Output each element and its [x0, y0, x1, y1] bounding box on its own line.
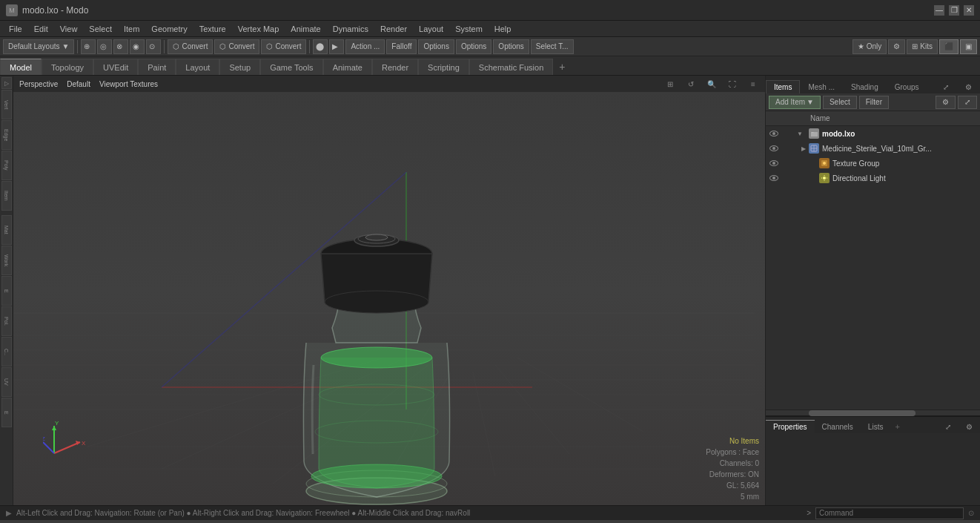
bottom-tab-channels[interactable]: Channels [815, 421, 861, 433]
left-tb-mat[interactable]: Mat [1, 215, 12, 245]
options-button-1[interactable]: Options [418, 39, 454, 54]
default-layouts-button[interactable]: Default Layouts ▼ [3, 39, 74, 54]
menu-layout[interactable]: Layout [413, 23, 449, 35]
options-button-2[interactable]: Options [456, 39, 491, 54]
tab-layout[interactable]: Layout [176, 59, 219, 75]
tab-add-button[interactable]: + [553, 59, 571, 75]
left-tb-c[interactable]: C.. [1, 337, 12, 366]
tab-schematic-fusion[interactable]: Schematic Fusion [469, 59, 553, 75]
menu-edit[interactable]: Edit [28, 23, 54, 35]
visibility-toggle-modo[interactable] [769, 128, 779, 139]
visibility-toggle-light[interactable] [769, 173, 779, 183]
left-tb-edge[interactable]: Edge [1, 120, 12, 150]
item-row-directional-light[interactable]: Directional Light [766, 171, 980, 185]
tab-render[interactable]: Render [372, 59, 418, 75]
bottom-tab-properties[interactable]: Properties [766, 420, 815, 433]
tool-soft-sel-button[interactable]: ◉ [130, 39, 145, 54]
tab-setup[interactable]: Setup [219, 59, 260, 75]
vp-frame-icon[interactable]: ⛶ [726, 78, 738, 90]
left-tb-uv[interactable]: UV [1, 367, 12, 397]
tab-uvedit[interactable]: UVEdit [93, 59, 138, 75]
panel-expand-button[interactable]: ⤢ [958, 96, 977, 109]
panel-tab-items[interactable]: Items [766, 80, 800, 93]
left-tb-e2[interactable]: E [1, 398, 12, 427]
menu-select[interactable]: Select [83, 23, 118, 35]
menu-item[interactable]: Item [118, 23, 145, 35]
tab-model[interactable]: Model [0, 59, 42, 75]
left-tb-item1[interactable]: Vert [1, 90, 12, 119]
extra-btn-2[interactable]: ▣ [960, 39, 977, 54]
item-row-medicine-vial[interactable]: ▶ Medicine_Sterile_Vial_10ml_Gr... [766, 141, 980, 156]
visibility-toggle-texture[interactable] [769, 158, 779, 168]
viewport-default-label[interactable]: Default [67, 80, 90, 88]
panel-tab-shading[interactable]: Shading [843, 80, 887, 93]
options-button-3[interactable]: Options [493, 39, 529, 54]
add-item-button[interactable]: Add Item ▼ [769, 96, 821, 109]
render-button[interactable]: ▶ [329, 39, 344, 54]
vp-rotate-icon[interactable]: ↺ [685, 78, 697, 90]
left-tb-poly[interactable]: Poly [1, 151, 12, 180]
minimize-button[interactable]: — [934, 5, 944, 16]
command-input[interactable] [815, 507, 964, 519]
menu-help[interactable]: Help [489, 23, 517, 35]
expand-arrow[interactable]: ▼ [795, 131, 806, 137]
transform-button[interactable]: ⬤ [313, 39, 328, 54]
menu-system[interactable]: System [449, 23, 489, 35]
window-controls[interactable]: — ❐ ✕ [934, 5, 974, 16]
convert-button-2[interactable]: ⬡ Convert [214, 39, 259, 54]
falloff-button[interactable]: Falloff [386, 39, 417, 54]
tab-animate[interactable]: Animate [323, 59, 372, 75]
bottom-tab-add[interactable]: + [890, 420, 904, 433]
left-tb-pol[interactable]: Pol. [1, 306, 12, 336]
menu-animate[interactable]: Animate [285, 23, 326, 35]
tool-snap-button[interactable]: ⊕ [81, 39, 96, 54]
convert-button-3[interactable]: ⬡ Convert [261, 39, 306, 54]
viewport-perspective-label[interactable]: Perspective [19, 80, 58, 88]
left-tb-work[interactable]: Work [1, 246, 12, 275]
bottom-tab-lists[interactable]: Lists [861, 421, 891, 433]
select-panel-button[interactable]: Select [823, 96, 857, 109]
left-tb-vert[interactable]: ▷ [1, 77, 12, 89]
select-t-button[interactable]: Select T... [531, 39, 574, 54]
action-button[interactable]: Action ... [345, 39, 385, 54]
gear-button[interactable]: ⚙ [888, 39, 905, 54]
panel-tab-groups[interactable]: Groups [887, 80, 927, 93]
left-tb-e1[interactable]: E [1, 276, 12, 306]
tab-topology[interactable]: Topology [42, 59, 93, 75]
bottom-tab-expand[interactable]: ⤢ [938, 421, 959, 433]
item-row-modo-lxo[interactable]: ▼ modo.lxo [766, 126, 980, 141]
panel-tab-expand[interactable]: ⤢ [935, 80, 957, 93]
panel-settings-button[interactable]: ⚙ [936, 96, 956, 109]
tool-falloff-button[interactable]: ⊙ [146, 39, 161, 54]
bottom-tab-settings[interactable]: ⚙ [959, 421, 980, 433]
tab-scripting[interactable]: Scripting [418, 59, 469, 75]
item-row-texture-group[interactable]: Texture Group [766, 156, 980, 171]
expand-vial[interactable]: ▶ [795, 145, 806, 152]
vp-menu-icon[interactable]: ≡ [747, 78, 759, 90]
menu-texture[interactable]: Texture [193, 23, 232, 35]
vp-zoom-icon[interactable]: 🔍 [706, 78, 718, 90]
status-end-icon[interactable]: ⊙ [968, 509, 974, 517]
close-button[interactable]: ✕ [964, 5, 974, 16]
tool-symmetry-button[interactable]: ⊗ [113, 39, 128, 54]
menu-geometry[interactable]: Geometry [145, 23, 193, 35]
menu-file[interactable]: File [3, 23, 28, 35]
panel-tab-mesh[interactable]: Mesh ... [800, 80, 843, 93]
menu-dynamics[interactable]: Dynamics [327, 23, 374, 35]
menu-render[interactable]: Render [374, 23, 413, 35]
vp-grid-icon[interactable]: ⊞ [664, 78, 676, 90]
filter-button[interactable]: Filter [859, 96, 889, 109]
convert-button-1[interactable]: ⬡ Convert [168, 39, 213, 54]
star-only-button[interactable]: ★ Only [852, 39, 887, 54]
kits-button[interactable]: ⊞ Kits [907, 39, 938, 54]
viewport[interactable]: Perspective Default Viewport Textures ⊞ … [13, 76, 765, 505]
maximize-button[interactable]: ❐ [949, 5, 959, 16]
viewport-textures-label[interactable]: Viewport Textures [99, 80, 158, 88]
menu-view[interactable]: View [54, 23, 84, 35]
tab-paint[interactable]: Paint [138, 59, 176, 75]
visibility-toggle-vial[interactable] [769, 143, 779, 154]
extra-btn-1[interactable]: ⬛ [939, 39, 959, 54]
items-scrollbar[interactable] [766, 409, 980, 415]
tool-magnet-button[interactable]: ◎ [97, 39, 112, 54]
left-tb-item[interactable]: Item [1, 181, 12, 211]
